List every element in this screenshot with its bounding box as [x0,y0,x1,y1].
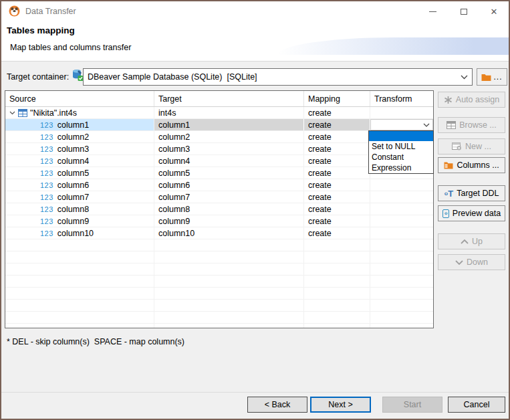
column-header-source[interactable]: Source [5,91,154,106]
mapping-cell[interactable]: create [304,119,370,130]
table-row-column9[interactable]: 123 column9column9create [5,215,433,227]
transform-cell[interactable] [370,107,433,118]
table-row-tree[interactable]: "Nikita".int4sint4screate [5,107,433,119]
target-ddl-icon: ‹›T [444,189,454,199]
empty-cell [370,312,433,323]
table-row-column8[interactable]: 123 column8column8create [5,203,433,215]
target-column-cell[interactable]: column3 [154,143,304,154]
numeric-type-icon: 123 [40,193,53,201]
cancel-button[interactable]: Cancel [448,397,505,413]
transform-cell[interactable] [370,203,433,215]
target-column-cell[interactable]: column4 [154,155,304,167]
browse-button[interactable]: Browse ... [438,117,505,133]
transform-cell[interactable] [370,119,433,130]
dropdown-option-blank[interactable] [369,131,433,141]
maximize-button[interactable] [452,1,476,21]
target-column-cell[interactable]: column5 [154,167,304,179]
target-column-cell[interactable]: column10 [154,227,304,239]
target-column-cell[interactable]: column6 [154,179,304,191]
mapping-cell[interactable]: create [304,155,370,167]
table-icon [18,109,27,117]
empty-cell [154,264,304,275]
columns-icon [444,161,453,169]
source-column-label: column10 [57,229,94,238]
transform-cell[interactable] [370,179,433,191]
down-button[interactable]: Down [438,254,505,270]
transform-cell[interactable] [370,227,433,239]
source-column-cell[interactable]: 123 column3 [5,143,154,154]
target-container-combo[interactable]: DBeaver Sample Database (SQLite) [SQLite… [83,68,473,86]
transform-dropdown-list: Set to NULLConstantExpression [368,130,434,174]
close-button[interactable]: ✕ [482,1,506,21]
source-table-cell[interactable]: "Nikita".int4s [5,107,154,118]
source-column-cell[interactable]: 123 column9 [5,215,154,227]
auto-assign-button[interactable]: Auto assign [438,92,505,108]
source-column-cell[interactable]: 123 column7 [5,191,154,203]
columns-button[interactable]: Columns ... [438,157,505,173]
browse-table-icon [447,121,456,129]
table-row-column6[interactable]: 123 column6column6create [5,179,433,191]
target-column-cell[interactable]: column8 [154,203,304,215]
target-column-cell[interactable]: column1 [154,119,304,130]
source-column-cell[interactable]: 123 column6 [5,179,154,191]
minimize-button[interactable] [420,1,444,21]
column-header-target[interactable]: Target [154,91,304,106]
mapping-cell[interactable]: create [304,191,370,203]
mapping-cell[interactable]: create [304,107,370,118]
source-column-cell[interactable]: 123 column1 [5,119,154,130]
column-header-mapping[interactable]: Mapping [304,91,370,106]
empty-cell [370,264,433,275]
target-table-cell[interactable]: int4s [154,107,304,118]
source-column-cell[interactable]: 123 column8 [5,203,154,215]
source-column-cell[interactable]: 123 column10 [5,227,154,239]
column-header-transform[interactable]: Transform [370,91,433,106]
table-row-column10[interactable]: 123 column10column10create [5,227,433,239]
numeric-type-icon: 123 [40,121,53,129]
target-column-cell[interactable]: column7 [154,191,304,203]
preview-data-icon: ‹› [442,209,449,218]
mapping-cell[interactable]: create [304,143,370,154]
target-container-browse-button[interactable]: ... [477,68,507,86]
numeric-type-icon: 123 [40,145,53,153]
empty-row [5,276,433,288]
table-row-column1[interactable]: 123 column1column1create [5,119,433,131]
mapping-cell[interactable]: create [304,167,370,179]
empty-cell [5,312,154,323]
target-column-cell[interactable]: column9 [154,215,304,227]
transform-cell[interactable] [370,215,433,227]
source-column-label: column2 [57,132,89,142]
wizard-header: Tables mapping Map tables and columns tr… [1,21,509,62]
numeric-type-icon: 123 [40,157,53,165]
next-button[interactable]: Next > [310,397,371,413]
transform-combo[interactable] [370,119,433,130]
source-column-cell[interactable]: 123 column2 [5,131,154,142]
mapping-cell[interactable]: create [304,179,370,191]
preview-data-button[interactable]: ‹›Preview data [438,205,505,221]
mapping-cell[interactable]: create [304,203,370,215]
mapping-cell[interactable]: create [304,215,370,227]
empty-cell [154,312,304,323]
empty-cell [370,251,433,263]
source-column-cell[interactable]: 123 column4 [5,155,154,167]
table-row-column7[interactable]: 123 column7column7create [5,191,433,203]
dropdown-option-constant[interactable]: Constant [369,152,433,163]
side-button-label: Up [472,237,483,246]
mapping-cell[interactable]: create [304,131,370,142]
target-column-cell[interactable]: column2 [154,131,304,142]
target-ddl-button[interactable]: ‹›TTarget DDL [438,185,505,201]
new-button[interactable]: New ... [438,138,505,154]
transform-cell[interactable] [370,191,433,203]
database-icon [71,68,84,82]
start-button[interactable]: Start [382,397,442,413]
dropdown-option-expression[interactable]: Expression [369,163,433,173]
source-column-cell[interactable]: 123 column5 [5,167,154,179]
back-button[interactable]: < Back [247,397,307,413]
tree-expander-icon[interactable] [9,111,15,115]
empty-cell [304,324,370,328]
empty-cell [154,239,304,251]
mapping-cell[interactable]: create [304,227,370,239]
side-button-label: New ... [465,142,491,151]
empty-cell [370,300,433,311]
up-button[interactable]: Up [438,233,505,249]
dropdown-option-set-to-null[interactable]: Set to NULL [369,141,433,152]
